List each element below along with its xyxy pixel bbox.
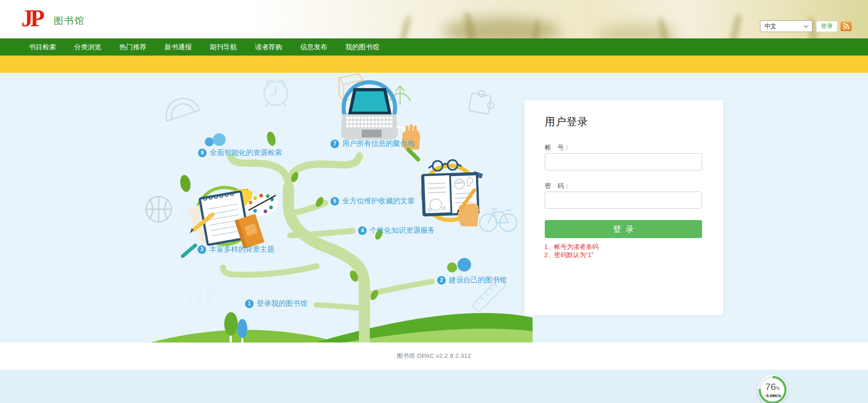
nav-item-journal-nav[interactable]: 期刊导航 xyxy=(210,38,237,56)
footer: 图书馆 OPAC v2.2.9.2.312 xyxy=(0,342,868,370)
feature-6-label: 全面智能化的资源检索 xyxy=(210,148,282,158)
feature-3-badge: 3 xyxy=(198,245,206,254)
language-select[interactable]: 中文 xyxy=(760,20,812,32)
feature-3: 3 丰富多样的背景主题 xyxy=(198,245,274,254)
feature-7: 7 用户所有信息的聚合地 xyxy=(330,139,415,148)
feature-4-badge: 4 xyxy=(358,226,367,235)
login-notes: 1、帐号为读者条码 2、密码默认为“1” xyxy=(544,243,599,259)
login-note-2: 2、密码默认为“1” xyxy=(544,251,599,259)
header-login-button[interactable]: 登录 xyxy=(816,21,838,32)
nav-item-new-books[interactable]: 新书通报 xyxy=(165,38,192,56)
language-select-value: 中文 xyxy=(764,22,776,30)
feature-5: 5 全方位维护收藏的文章 xyxy=(330,197,415,206)
nav-item-my-library[interactable]: 我的图书馆 xyxy=(345,38,379,56)
reading-illustration xyxy=(408,150,483,226)
feature-6: 6 全面智能化的资源检索 xyxy=(198,148,282,157)
logo-jp-mark: JP xyxy=(21,4,42,33)
chevron-down-icon xyxy=(804,23,809,28)
feature-7-badge: 7 xyxy=(330,140,339,148)
main-content: 7 用户所有信息的聚合地 6 全面智能化的资源检索 5 全方位维护收藏的文章 4… xyxy=(0,73,868,342)
header-controls: 中文 登录 xyxy=(760,20,852,32)
password-label: 密 码： xyxy=(545,182,570,190)
login-note-1: 1、帐号为读者条码 xyxy=(544,243,599,251)
feature-3-label: 丰富多样的背景主题 xyxy=(209,245,274,254)
feature-7-label: 用户所有信息的聚合地 xyxy=(342,139,415,149)
network-speed-gauge[interactable]: 76% ↑0.09K/s xyxy=(758,375,788,403)
footer-version-text: 图书馆 OPAC v2.2.9.2.312 xyxy=(0,342,868,360)
nav-item-reader-suggest[interactable]: 读者荐购 xyxy=(255,38,282,56)
feature-1-label: 登录我的图书馆 xyxy=(257,299,307,309)
gauge-percent: 76% xyxy=(765,382,780,393)
nav-item-info-release[interactable]: 信息发布 xyxy=(300,38,327,56)
feature-4: 4 个性化知识资源服务 xyxy=(358,226,435,235)
tree-illustration xyxy=(0,73,868,342)
feature-2-badge: 2 xyxy=(437,276,446,285)
account-label: 帐 号： xyxy=(545,144,570,152)
login-submit-button[interactable]: 登录 xyxy=(545,220,702,238)
feature-6-badge: 6 xyxy=(198,149,207,157)
feature-1-badge: 1 xyxy=(245,300,254,308)
nav-item-catalog-search[interactable]: 书目检索 xyxy=(29,38,56,56)
feature-5-label: 全方位维护收藏的文章 xyxy=(342,197,415,206)
feature-5-badge: 5 xyxy=(330,197,339,206)
nav-item-hot-recommend[interactable]: 热门推荐 xyxy=(119,38,146,56)
site-name: 图书馆 xyxy=(54,10,85,27)
opac-login-page: JP 图书馆 中文 登录 书目检索 分类浏览 热门推荐 新书通报 xyxy=(0,0,868,403)
header: JP 图书馆 中文 登录 xyxy=(0,0,868,38)
logo[interactable]: JP 图书馆 xyxy=(21,4,85,33)
feature-1: 1 登录我的图书馆 xyxy=(245,299,307,308)
main-nav: 书目检索 分类浏览 热门推荐 新书通报 期刊导航 读者荐购 信息发布 我的图书馆 xyxy=(0,38,868,56)
password-input[interactable] xyxy=(545,192,702,209)
login-panel-title: 用户登录 xyxy=(545,115,588,129)
gauge-speed: ↑0.09K/s xyxy=(764,393,781,398)
gauge-inner: 76% ↑0.09K/s xyxy=(761,378,784,402)
header-background-photo xyxy=(253,0,868,38)
user-login-panel: 用户登录 帐 号： 密 码： 登录 1、帐号为读者条码 2、密码默认为“1” xyxy=(524,100,723,315)
nav-item-category-browse[interactable]: 分类浏览 xyxy=(74,38,101,56)
feature-2-label: 建设自己的图书馆 xyxy=(449,276,507,285)
feature-2: 2 建设自己的图书馆 xyxy=(437,276,507,285)
bottom-strip xyxy=(0,370,868,403)
rss-icon[interactable] xyxy=(840,22,852,31)
yellow-accent-bar xyxy=(0,56,868,73)
account-input[interactable] xyxy=(545,153,702,170)
feature-4-label: 个性化知识资源服务 xyxy=(370,226,435,235)
